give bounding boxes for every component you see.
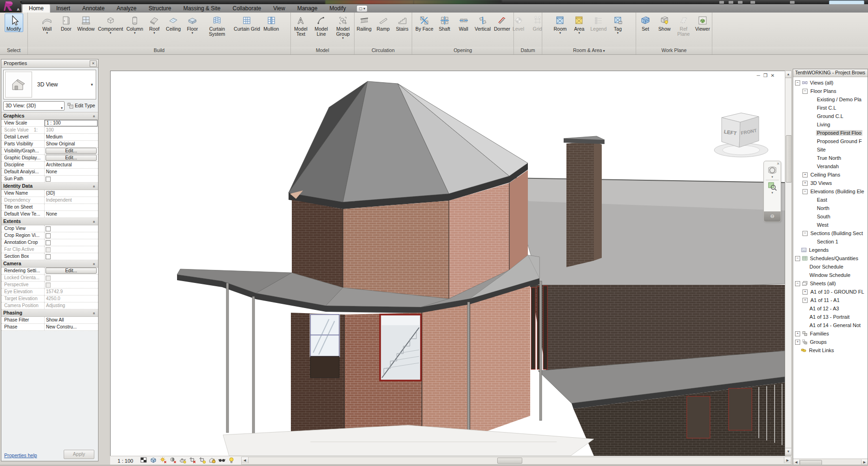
- section-header-phasing[interactable]: Phasing»: [1, 309, 98, 317]
- 3d-model-view[interactable]: [111, 71, 785, 456]
- tree-item-sections-building-sect[interactable]: −Sections (Building Sect: [793, 229, 868, 237]
- scroll-down-button[interactable]: ▼: [785, 448, 791, 455]
- chevron-down-icon[interactable]: ▾: [91, 82, 93, 87]
- tree-item-families[interactable]: +Families: [793, 329, 868, 338]
- tree-item-a1-of-11-a1[interactable]: +A1 of 11 - A1: [793, 296, 868, 304]
- expand-toggle[interactable]: +: [802, 298, 808, 303]
- collapse-toggle[interactable]: −: [795, 256, 800, 261]
- collapse-chevron-icon[interactable]: »: [91, 115, 98, 118]
- tree-item-elevations-building-ele[interactable]: −Elevations (Building Ele: [793, 187, 868, 196]
- tab-analyze[interactable]: Analyze: [111, 4, 143, 13]
- edit-button[interactable]: Edit...: [46, 155, 97, 161]
- tree-item-groups[interactable]: +Groups: [793, 338, 868, 346]
- view-instance-combo[interactable]: 3D View: {3D} ▾: [3, 101, 65, 111]
- stairs-button[interactable]: Stairs: [393, 13, 412, 32]
- tree-item-west[interactable]: West: [793, 221, 868, 229]
- type-selector[interactable]: 3D View ▾: [3, 70, 96, 99]
- expand-toggle[interactable]: +: [795, 340, 800, 345]
- properties-title-bar[interactable]: Properties ✕: [1, 59, 98, 68]
- window-button[interactable]: Window: [76, 13, 96, 32]
- mullion-button[interactable]: Mullion: [262, 13, 281, 32]
- tree-item-door-schedule[interactable]: Door Schedule: [793, 263, 868, 271]
- close-icon[interactable]: ✕: [771, 73, 775, 78]
- horizontal-scrollbar[interactable]: ◀ ▶: [241, 457, 791, 465]
- section-header-identity-data[interactable]: Identity Data»: [1, 183, 98, 190]
- property-value-text[interactable]: Medium: [46, 134, 63, 139]
- property-value-text[interactable]: Show All: [46, 317, 64, 322]
- tab-manage[interactable]: Manage: [291, 4, 323, 13]
- sun-path-icon[interactable]: [159, 456, 167, 464]
- expand-toggle[interactable]: +: [802, 289, 808, 295]
- collapse-toggle[interactable]: −: [802, 89, 808, 94]
- minimize-icon[interactable]: ─: [757, 73, 760, 78]
- collapse-toggle[interactable]: −: [802, 231, 808, 236]
- close-icon[interactable]: ✕: [776, 162, 780, 166]
- tree-item-3d-views[interactable]: +3D Views: [793, 179, 868, 187]
- property-value-text[interactable]: New Constru...: [46, 324, 77, 329]
- zoom-button[interactable]: [764, 182, 781, 191]
- tree-item-window-schedule[interactable]: Window Schedule: [793, 271, 868, 279]
- scroll-up-button[interactable]: ▲: [785, 71, 791, 78]
- temporary-hide-isolate-icon[interactable]: [218, 456, 225, 464]
- tab-structure[interactable]: Structure: [143, 4, 178, 13]
- checkbox[interactable]: [46, 233, 51, 238]
- detail-level-icon[interactable]: [140, 456, 147, 464]
- edit-button[interactable]: Edit...: [46, 148, 97, 154]
- tree-item-floor-plans[interactable]: −Floor Plans: [793, 87, 868, 95]
- edit-type-button[interactable]: Edit Type: [66, 101, 96, 110]
- restore-icon[interactable]: ❐: [763, 73, 768, 78]
- column-button[interactable]: Column▾: [125, 13, 145, 35]
- tree-item-living[interactable]: Living: [793, 120, 868, 129]
- tab-view[interactable]: View: [267, 4, 291, 13]
- tree-item-verandah[interactable]: Verandah: [793, 162, 868, 171]
- quick-access-icon[interactable]: [719, 1, 724, 4]
- shaft-button[interactable]: Shaft: [435, 13, 454, 32]
- collapse-toggle[interactable]: −: [795, 281, 800, 286]
- railing-button[interactable]: Railing: [355, 13, 374, 32]
- quick-access-icon[interactable]: [738, 1, 743, 4]
- model-line-button[interactable]: Model Line: [311, 13, 331, 37]
- application-menu-button[interactable]: A ▾: [0, 0, 21, 13]
- model-text-button[interactable]: Model Text: [291, 13, 311, 37]
- tree-item-views-all-[interactable]: −Views (all): [793, 79, 868, 87]
- tree-item-true-north[interactable]: True North: [793, 154, 868, 162]
- ribbon-minimize-toggle[interactable]: ▢▾: [356, 5, 368, 12]
- collapse-chevron-icon[interactable]: »: [91, 312, 98, 315]
- scroll-right-button[interactable]: ▶: [784, 457, 791, 463]
- tab-collaborate[interactable]: Collaborate: [227, 4, 267, 13]
- tab-home[interactable]: Home: [22, 4, 50, 13]
- apply-button[interactable]: Apply: [64, 450, 94, 459]
- tag-button[interactable]: 1Tag▾: [609, 13, 627, 35]
- expand-toggle[interactable]: +: [802, 181, 808, 186]
- property-value-field[interactable]: 1 : 100: [45, 120, 98, 126]
- set-button[interactable]: Set: [636, 13, 655, 32]
- collapse-toggle[interactable]: −: [802, 189, 808, 194]
- panel-label-room-area[interactable]: Room & Area ▾: [542, 47, 636, 54]
- curtain-system-button[interactable]: Curtain System: [202, 13, 232, 37]
- viewer-button[interactable]: Viewer: [693, 13, 712, 32]
- section-header-graphics[interactable]: Graphics»: [1, 112, 98, 120]
- show-button[interactable]: Show: [655, 13, 674, 32]
- vertical-scrollbar[interactable]: ▲ ▼: [785, 71, 792, 455]
- scroll-left-button[interactable]: ◀: [242, 457, 249, 463]
- rendering-dialog-icon[interactable]: [179, 456, 186, 464]
- tree-item-south[interactable]: South: [793, 212, 868, 221]
- properties-help-link[interactable]: Properties help: [4, 453, 37, 458]
- steering-wheel-button[interactable]: [764, 166, 781, 175]
- viewcube[interactable]: LEFT FRONT: [712, 105, 773, 158]
- quick-access-icon[interactable]: [750, 1, 755, 4]
- tree-item-ground-c-l[interactable]: Ground C.L: [793, 112, 868, 120]
- quick-access-icon[interactable]: [729, 1, 733, 4]
- checkbox[interactable]: [46, 226, 51, 231]
- model-group-button[interactable]: Model Group▾: [332, 13, 354, 40]
- ceiling-button[interactable]: Ceiling: [164, 13, 183, 32]
- wall-button[interactable]: Wall▾: [38, 13, 56, 35]
- tab-modify[interactable]: Modify: [323, 4, 352, 13]
- tree-item-a1-of-10-ground-fl[interactable]: +A1 of 10 - GROUND FL: [793, 288, 868, 296]
- shadows-icon[interactable]: [169, 456, 177, 464]
- scrollbar-thumb[interactable]: [497, 458, 522, 464]
- tree-item-first-c-l[interactable]: First C.L: [793, 104, 868, 112]
- tree-item-ceiling-plans[interactable]: +Ceiling Plans: [793, 171, 868, 179]
- tree-item-a1-of-13-portrait[interactable]: A1 of 13 - Portrait: [793, 313, 868, 321]
- checkbox[interactable]: [46, 254, 51, 259]
